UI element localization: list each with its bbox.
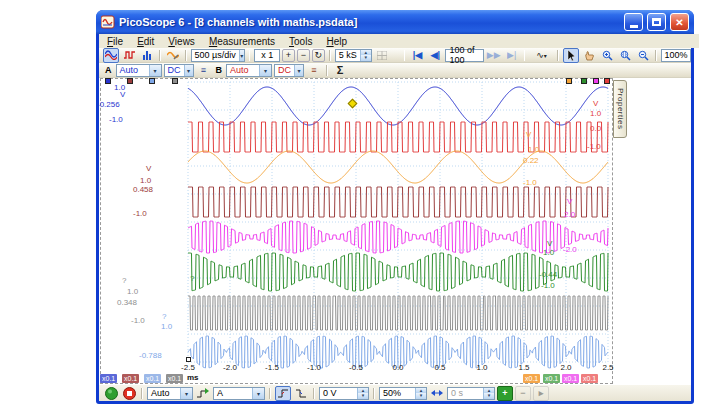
axis-label-e: 2.0 (564, 211, 575, 219)
axis-label-g: 0.348 (117, 299, 137, 307)
channel-f-marker[interactable] (581, 78, 587, 84)
axis-label-b: -1.0 (587, 143, 601, 151)
rising-edge-icon (277, 388, 289, 399)
waveform-canvas (0, 0, 702, 413)
axis-label-g: -1.0 (131, 317, 145, 325)
axis-label-b: V (593, 100, 598, 108)
axis-label-a: -0.256 (97, 101, 120, 109)
chevron-down-icon[interactable]: ▾ (180, 388, 192, 399)
axis-label-c: 1.0 (528, 146, 539, 154)
chevron-down-icon[interactable]: ▾ (252, 388, 264, 399)
axis-label-d: V (146, 165, 151, 173)
channel-g-scale-badge[interactable]: x0.1 (166, 374, 183, 383)
channel-e-scale-badge[interactable]: x0.1 (562, 374, 579, 383)
channel-d-scale-badge[interactable]: x0.1 (122, 374, 139, 383)
channel-c-marker[interactable] (566, 78, 572, 84)
remove-measurement-button[interactable]: − (515, 386, 531, 401)
stop-capture-button[interactable] (121, 386, 137, 401)
spin-down-icon[interactable]: ▾ (358, 393, 368, 399)
channel-g-marker[interactable] (172, 78, 178, 84)
axis-label-e: -2.0 (563, 246, 577, 254)
axis-label-f: 1.0 (543, 249, 554, 257)
falling-edge-icon (295, 388, 307, 399)
spinner-arrows[interactable]: ▴ ▾ (357, 388, 368, 399)
spinner-arrows[interactable]: ▴ ▾ (483, 388, 494, 399)
channel-e-marker[interactable] (593, 78, 599, 84)
trigger-delay-spinner[interactable]: 0 s ▴ ▾ (447, 387, 495, 400)
advanced-triggers-button[interactable] (195, 386, 211, 401)
plot-layer: 1.0V-0.256-1.0x0.1V1.00.0-1.0x0.1V1.00.2… (0, 0, 702, 413)
add-measurement-button[interactable]: + (497, 386, 513, 401)
axis-label-g: ? (122, 277, 126, 285)
axis-label-h: ? (162, 313, 166, 321)
spinner-arrows[interactable]: ▴ ▾ (415, 388, 426, 399)
trigger-timing-button[interactable] (429, 386, 445, 401)
spin-down-icon[interactable]: ▾ (416, 393, 426, 399)
axis-label-c: V (526, 131, 531, 139)
axis-label-d: 0.458 (133, 186, 153, 194)
axis-label-e: V (567, 198, 572, 206)
axis-label-a: V (120, 91, 125, 99)
axis-label-h: -0.788 (139, 352, 162, 360)
channel-b-marker[interactable] (604, 78, 610, 84)
toolbar-separator (141, 388, 143, 399)
trigger-level-value: 0 V (320, 388, 357, 398)
x-tick-label: -2.5 (175, 364, 201, 372)
axis-label-f: V (547, 240, 552, 248)
pre-trigger-value: 50% (380, 388, 415, 398)
axis-label-f: ? (190, 275, 194, 283)
axis-label-g: 1.0 (127, 288, 138, 296)
waveform-b (188, 122, 608, 152)
axis-label-b: 1.0 (590, 110, 601, 118)
trigger-toolbar: Auto ▾ A ▾ 0 V ▴ ▾ (99, 385, 691, 401)
x-axis-unit-label: ms (187, 374, 199, 382)
channel-h-marker[interactable] (149, 78, 155, 84)
x-tick-label: -2.0 (217, 364, 243, 372)
channel-c-scale-badge[interactable]: x0.1 (523, 374, 540, 383)
rising-edge-button[interactable] (275, 386, 291, 401)
channel-a-marker[interactable] (105, 78, 111, 84)
x-tick-label: -0.5 (343, 364, 369, 372)
x-tick-label: 0.0 (385, 364, 411, 372)
channel-d-marker[interactable] (127, 78, 133, 84)
channel-h-scale-badge[interactable]: x0.1 (144, 374, 161, 383)
x-tick-label: 2.0 (553, 364, 579, 372)
stop-icon (123, 387, 136, 400)
x-tick-label: 1.0 (469, 364, 495, 372)
x-tick-label: 0.5 (427, 364, 453, 372)
trigger-delay-value: 0 s (448, 388, 483, 398)
desktop: PicoScope 6 - [8 channels with maths.psd… (0, 0, 702, 413)
axis-label-c: 0.22 (523, 157, 539, 165)
start-icon (105, 387, 118, 400)
axis-label-f: -1.0 (541, 282, 555, 290)
waveform-g (188, 296, 608, 330)
axis-label-f: -0.44 (539, 271, 557, 279)
axis-label-a: -1.0 (109, 116, 123, 124)
horizontal-arrows-icon (431, 388, 443, 398)
toolbar-separator (373, 388, 375, 399)
x-tick-label: 2.5 (595, 364, 621, 372)
spin-down-icon[interactable]: ▾ (484, 393, 494, 399)
x-tick-label: -1.0 (301, 364, 327, 372)
x-tick-label: -1.5 (259, 364, 285, 372)
channel-a-scale-badge[interactable]: x0.1 (100, 374, 117, 383)
trigger-source-select[interactable]: A ▾ (213, 387, 265, 400)
pre-trigger-spinner[interactable]: 50% ▴ ▾ (379, 387, 427, 400)
axis-label-c: -1.0 (523, 179, 537, 187)
start-capture-button[interactable] (103, 386, 119, 401)
channel-b-scale-badge[interactable]: x0.1 (581, 374, 598, 383)
axis-label-b: 0.0 (590, 125, 601, 133)
channel-f-scale-badge[interactable]: x0.1 (543, 374, 560, 383)
trigger-source-value: A (214, 388, 252, 398)
axis-label-d: 1.0 (140, 177, 151, 185)
axis-label-h: 1.0 (161, 323, 172, 331)
trigger-mode-value: Auto (148, 388, 180, 398)
waveform-d (188, 187, 608, 217)
trigger-mode-select[interactable]: Auto ▾ (147, 387, 193, 400)
falling-edge-button[interactable] (293, 386, 309, 401)
edit-measurement-button[interactable]: ▸ (533, 386, 549, 401)
x-axis-origin-marker (186, 357, 191, 362)
axis-label-d: -1.0 (133, 210, 147, 218)
trigger-level-spinner[interactable]: 0 V ▴ ▾ (319, 387, 369, 400)
x-tick-label: 1.5 (511, 364, 537, 372)
